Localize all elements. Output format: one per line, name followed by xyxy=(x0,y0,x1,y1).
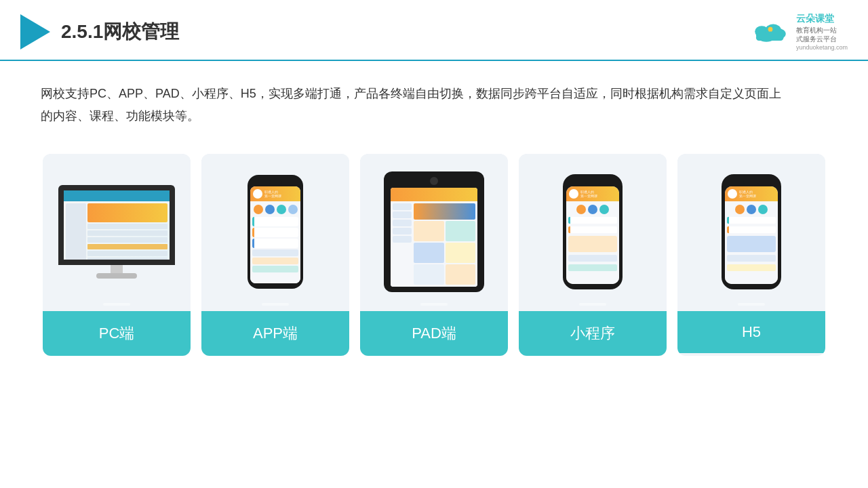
card-h5: 职通人的第一堂网课 xyxy=(677,154,825,356)
card-pad-image xyxy=(360,154,508,303)
card-h5-image: 职通人的第一堂网课 xyxy=(677,154,825,303)
card-miniprogram-indicator xyxy=(579,303,606,306)
card-app-label: APP端 xyxy=(201,311,349,356)
page-title: 2.5.1网校管理 xyxy=(61,19,179,45)
logo-text-block: 云朵课堂 教育机构一站式服务云平台 yunduoketang.com xyxy=(796,12,848,52)
card-app-image: 职通人的第一堂网课 xyxy=(201,154,349,303)
title-text: 网校管理 xyxy=(103,21,179,42)
phone-app-screen: 职通人的第一堂网课 xyxy=(250,186,300,283)
card-pc-image xyxy=(43,154,191,303)
logo-name: 云朵课堂 xyxy=(796,12,848,26)
card-pc-label: PC端 xyxy=(43,311,191,356)
header-left: 2.5.1网校管理 xyxy=(20,14,179,49)
card-pad-label: PAD端 xyxy=(360,311,508,356)
card-app-indicator xyxy=(262,303,289,306)
card-miniprogram-image: 职通人的第一堂网课 xyxy=(519,154,667,303)
tablet-screen xyxy=(391,188,477,287)
card-pc: PC端 xyxy=(43,154,191,356)
card-h5-indicator xyxy=(738,303,765,306)
main-content: 网校支持PC、APP、PAD、小程序、H5，实现多端打通，产品各终端自由切换，数… xyxy=(0,61,868,369)
card-pad: PAD端 xyxy=(360,154,508,356)
phone-h5-mockup: 职通人的第一堂网课 xyxy=(722,174,781,289)
card-pc-indicator xyxy=(103,303,130,306)
logo-area: 云朵课堂 教育机构一站式服务云平台 yunduoketang.com xyxy=(750,12,848,52)
phone-miniprogram-screen: 职通人的第一堂网课 xyxy=(566,186,619,284)
phone-app-mockup: 职通人的第一堂网课 xyxy=(248,175,303,289)
phone-miniprogram-mockup: 职通人的第一堂网课 xyxy=(563,174,623,289)
cards-container: PC端 职通人的第一堂网课 xyxy=(41,154,827,356)
card-miniprogram-label: 小程序 xyxy=(519,311,667,356)
pc-mockup xyxy=(56,185,178,279)
card-h5-label: H5 xyxy=(677,311,825,353)
section-number: 2.5.1 xyxy=(61,21,103,42)
logo-subtitle: 教育机构一站式服务云平台 xyxy=(796,26,848,43)
tablet-home-btn xyxy=(430,177,438,185)
card-pad-indicator xyxy=(420,303,448,306)
card-app: 职通人的第一堂网课 xyxy=(201,154,349,356)
logo-domain: yunduoketang.com xyxy=(796,43,848,52)
description-text: 网校支持PC、APP、PAD、小程序、H5，实现多端打通，产品各终端自由切换，数… xyxy=(41,83,787,127)
phone-h5-screen: 职通人的第一堂网课 xyxy=(725,186,778,284)
tablet-mockup xyxy=(384,171,484,292)
play-icon xyxy=(20,14,50,49)
svg-rect-4 xyxy=(756,35,784,41)
header: 2.5.1网校管理 云朵课堂 教育机构一站式服务云平台 yunduoketang… xyxy=(0,0,868,61)
card-miniprogram: 职通人的第一堂网课 xyxy=(519,154,667,356)
pc-screen xyxy=(58,185,175,265)
logo-cloud-icon xyxy=(750,19,791,45)
